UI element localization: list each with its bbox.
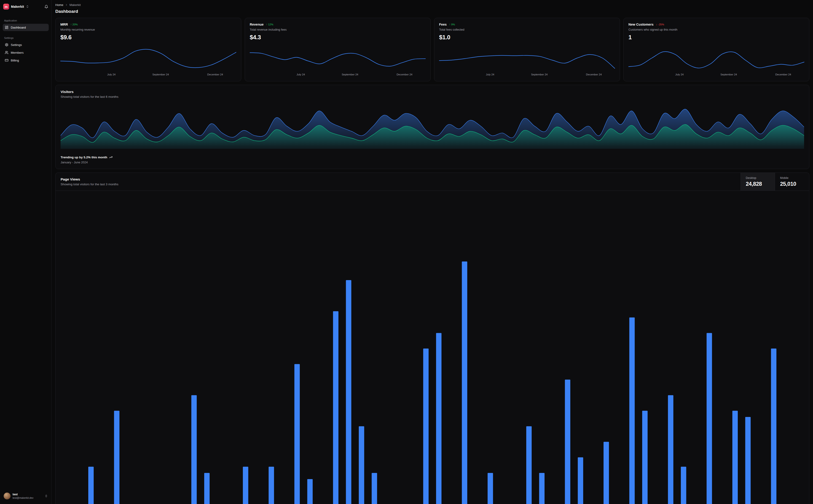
stat-card-revenue: Revenue ↑ 12% Total revenue including fe… xyxy=(245,18,431,81)
stat-value: $4.3 xyxy=(250,34,426,41)
trend-delta: 20% xyxy=(72,23,78,26)
axis-tick: September 24 xyxy=(720,73,737,76)
axis-tick: July 24 xyxy=(297,73,305,76)
visitors-area-chart xyxy=(61,104,804,149)
sidebar: m Makerkit Application Dashboard Setting… xyxy=(0,0,52,504)
visitors-title: Visitors xyxy=(61,90,804,94)
stat-description: Customers who signed up this month xyxy=(629,28,804,31)
axis-tick: July 24 xyxy=(107,73,115,76)
trending-up-icon xyxy=(109,156,112,159)
trend-delta: 9% xyxy=(451,23,455,26)
new-customers-sparkline-chart xyxy=(629,47,804,72)
stat-description: Total fees collected xyxy=(439,28,615,31)
axis-tick: December 24 xyxy=(775,73,791,76)
toggle-mobile[interactable]: Mobile 25,010 xyxy=(775,173,809,191)
breadcrumb-home[interactable]: Home xyxy=(55,3,63,7)
mrr-sparkline-chart xyxy=(60,47,236,72)
stat-value: 1 xyxy=(629,34,804,41)
nav-section-label-application: Application xyxy=(4,19,47,22)
stat-title: Revenue xyxy=(250,23,264,26)
axis-tick: September 24 xyxy=(531,73,547,76)
trend-badge: ↓ -25% xyxy=(656,23,664,26)
sidebar-item-label: Dashboard xyxy=(11,26,26,29)
chevrons-up-down-icon xyxy=(45,494,48,498)
trend-up-icon: ↑ xyxy=(70,23,72,26)
app-root: m Makerkit Application Dashboard Setting… xyxy=(0,0,813,504)
workspace-selector[interactable]: m Makerkit xyxy=(3,3,49,11)
stat-description: Total revenue including fees xyxy=(250,28,426,31)
user-email: test@makerkit.dev xyxy=(13,496,33,499)
page-title: Dashboard xyxy=(55,9,809,14)
main-content: Home Makerkit Dashboard MRR ↑ 20% Monthl… xyxy=(52,0,813,504)
user-menu[interactable]: test test@makerkit.dev xyxy=(3,491,49,501)
spark-axis: July 24 September 24 December 24 xyxy=(439,73,615,77)
sidebar-item-label: Members xyxy=(11,51,24,54)
avatar xyxy=(4,493,11,499)
chevron-right-icon xyxy=(65,3,68,6)
brand-logo: m xyxy=(3,4,9,10)
axis-tick: September 24 xyxy=(152,73,169,76)
visitors-period: January - June 2024 xyxy=(61,161,804,164)
page-views-header: Page Views Showing total visitors for th… xyxy=(56,173,809,191)
stat-card-mrr: MRR ↑ 20% Monthly recurring revenue $9.6… xyxy=(55,18,241,81)
breadcrumb: Home Makerkit xyxy=(55,3,809,7)
sidebar-item-members[interactable]: Members xyxy=(3,49,49,56)
stat-card-fees: Fees ↑ 9% Total fees collected $1.0 July… xyxy=(434,18,620,81)
axis-tick: December 24 xyxy=(586,73,602,76)
dashboard-icon xyxy=(5,26,8,29)
toggle-desktop-value: 24,828 xyxy=(746,181,770,187)
breadcrumb-current: Makerkit xyxy=(69,3,81,7)
axis-tick: September 24 xyxy=(342,73,358,76)
stat-description: Monthly recurring revenue xyxy=(60,28,236,31)
brand-name: Makerkit xyxy=(11,5,24,8)
spark-axis: July 24 September 24 December 24 xyxy=(250,73,426,77)
fees-sparkline-chart xyxy=(439,47,615,72)
visitors-card: Visitors Showing total visitors for the … xyxy=(55,85,809,169)
user-name: test xyxy=(13,493,33,496)
user-meta: test test@makerkit.dev xyxy=(13,493,33,499)
axis-tick: July 24 xyxy=(486,73,494,76)
bell-icon xyxy=(44,5,48,9)
page-views-title: Page Views xyxy=(61,177,736,181)
sidebar-item-billing[interactable]: Billing xyxy=(3,57,49,64)
trend-down-icon: ↓ xyxy=(656,23,658,26)
sidebar-item-settings[interactable]: Settings xyxy=(3,41,49,48)
visitors-trend-text: Trending up by 5.2% this month xyxy=(61,156,107,159)
toggle-desktop[interactable]: Desktop 24,828 xyxy=(741,173,775,191)
stat-title: MRR xyxy=(60,23,68,26)
trend-badge: ↑ 20% xyxy=(70,23,78,26)
users-icon xyxy=(5,51,8,54)
toggle-mobile-value: 25,010 xyxy=(780,181,804,187)
chevrons-up-down-icon xyxy=(26,5,29,8)
axis-tick: December 24 xyxy=(207,73,223,76)
page-views-bar-chart xyxy=(59,193,806,504)
stat-title: Fees xyxy=(439,23,447,26)
trend-delta: 12% xyxy=(268,23,273,26)
toggle-desktop-label: Desktop xyxy=(746,176,770,180)
visitors-trend-row: Trending up by 5.2% this month xyxy=(61,156,804,159)
nav-section-label-settings: Settings xyxy=(4,37,47,39)
trend-up-icon: ↑ xyxy=(449,23,450,26)
trend-badge: ↑ 12% xyxy=(266,23,273,26)
gear-icon xyxy=(5,43,8,47)
spark-axis: July 24 September 24 December 24 xyxy=(629,73,804,77)
axis-tick: December 24 xyxy=(397,73,412,76)
spark-axis: July 24 September 24 December 24 xyxy=(60,73,236,77)
page-views-card: Page Views Showing total visitors for th… xyxy=(55,172,809,504)
page-views-subtitle: Showing total visitors for the last 3 mo… xyxy=(61,183,736,186)
sidebar-item-label: Settings xyxy=(11,43,22,47)
toggle-mobile-label: Mobile xyxy=(780,176,804,180)
stat-title: New Customers xyxy=(629,23,654,26)
page-views-titles: Page Views Showing total visitors for th… xyxy=(56,173,741,191)
stat-card-new-customers: New Customers ↓ -25% Customers who signe… xyxy=(624,18,809,81)
stats-grid: MRR ↑ 20% Monthly recurring revenue $9.6… xyxy=(55,18,809,81)
sidebar-item-dashboard[interactable]: Dashboard xyxy=(3,24,49,31)
notifications-button[interactable] xyxy=(44,5,48,9)
axis-tick: July 24 xyxy=(675,73,684,76)
stat-value: $1.0 xyxy=(439,34,615,41)
stat-value: $9.6 xyxy=(60,34,236,41)
visitors-subtitle: Showing total visitors for the last 6 mo… xyxy=(61,95,804,98)
revenue-sparkline-chart xyxy=(250,47,426,72)
trend-delta: -25% xyxy=(658,23,664,26)
trend-up-icon: ↑ xyxy=(266,23,267,26)
